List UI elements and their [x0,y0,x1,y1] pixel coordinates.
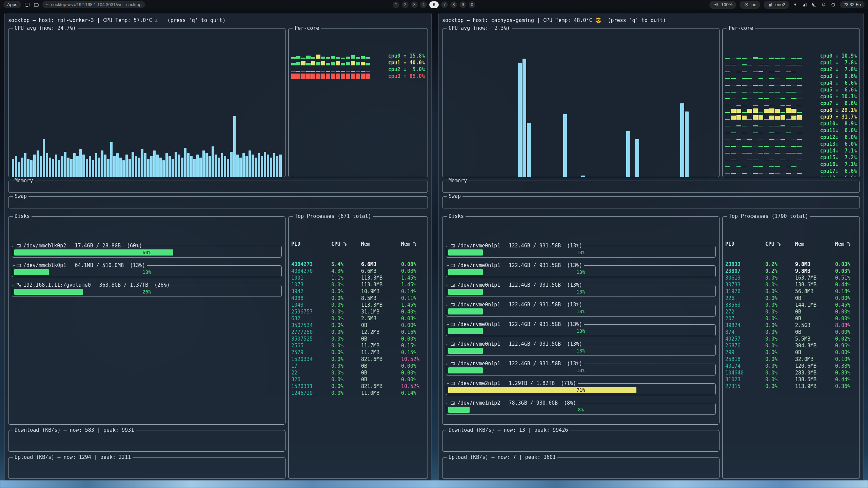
process-row[interactable]: 25650.0%11.7MB0.15% [291,342,425,349]
process-row[interactable]: 310230.0%138.6MB0.44% [725,376,857,383]
disk-icon [451,401,455,405]
spark-bar [341,63,345,65]
core-label: cpu2 ↓ 5.0% [373,66,425,73]
spark-bar [764,126,769,126]
network-indicator[interactable]: eno2 [764,1,789,9]
process-row[interactable]: 2260.0%0B0.00% [725,295,857,302]
spark-bar [736,79,741,79]
core-label: cpu1 ↓ 7.8% [805,59,857,66]
process-row[interactable]: 170.0%0B0.00% [291,363,425,369]
process-row[interactable]: 220.0%0B0.00% [291,369,425,376]
graph-bar [205,153,208,177]
workspace-button-9[interactable]: 9 [459,1,466,8]
process-row[interactable]: 401740.0%120.6MB0.38% [725,363,857,369]
process-row[interactable]: 40880.0%8.5MB0.11% [291,295,425,302]
process-row[interactable]: 306130.0%163.7MB0.51% [725,274,857,281]
process-row[interactable]: 25967570.0%31.1MB0.40% [291,308,425,315]
proc-mem: 113.3MB [361,281,401,288]
disk-usage-label: 13% [14,269,279,275]
process-row[interactable]: 10011.1%113.3MB1.45% [291,274,425,281]
process-row[interactable]: 40842735.4%6.6MB0.08% [291,261,425,268]
proc-mem: 6.6MB [361,261,401,268]
graph-bar [15,156,17,177]
files-icon[interactable] [33,2,39,8]
process-row[interactable]: 6320.0%2.5MB0.03% [291,315,425,322]
clock[interactable]: 23:32 Fri [840,1,865,8]
bolt-icon[interactable] [792,2,798,8]
process-row[interactable]: 258180.0%32.0MB0.10% [725,356,857,363]
process-row[interactable]: 27772500.0%12.2MB0.16% [291,329,425,336]
disk-usage-bar: 13% [448,367,713,373]
spark-bar [351,74,355,79]
workspace-button-8[interactable]: 8 [450,1,457,8]
process-row[interactable]: 25790.0%11.7MB0.15% [291,349,425,356]
spark-bar [781,85,785,86]
process-row[interactable]: 319760.0%56.8MB0.18% [725,288,857,295]
process-row[interactable]: 2720.0%0B0.00% [725,308,857,315]
core-sparkline [725,148,802,154]
process-row[interactable]: 10730.0%113.3MB1.45% [291,281,425,288]
process-row[interactable]: 39420.0%10.9MB0.14% [291,288,425,295]
disk-title: /dev/nvme0n1p1 122.4GB / 931.5GB (13%) [449,282,584,288]
proc-mem: 11.7MB [361,349,401,356]
spark-bar [769,58,774,59]
workspace-button-0[interactable]: 0 [469,1,475,8]
process-row[interactable]: 398240.0%2.5GB8.08% [725,322,857,329]
apps-button[interactable]: Apps [3,1,21,8]
terminal-window-cachyos-gaming[interactable]: socktop — host: cachyos-gaming | CPU Tem… [438,14,864,481]
wallpaper-dock-strip [0,480,868,488]
memory-panel: Memory 7.8GB / 31.1GB [442,177,860,193]
spark-bar [791,98,796,99]
process-row[interactable]: 335630.0%144.1MB0.45% [725,302,857,308]
workspace-button-1[interactable]: 1 [393,1,399,8]
process-row[interactable]: 10430.0%113.3MB1.45% [291,302,425,308]
process-row[interactable]: 2070.0%0B0.00% [725,315,857,322]
workspace-button-4[interactable]: 4 [420,1,427,8]
process-row[interactable]: 273150.0%113.9MB0.36% [725,383,857,390]
per-core-row: cpu15↓ 7.2% [725,154,857,161]
process-row[interactable]: 402570.0%5.5MB0.02% [725,336,857,342]
proc-mem: 163.7MB [795,274,835,281]
workspace-button-7[interactable]: 7 [441,1,448,8]
workspace-button-6[interactable]: 6 [429,1,439,8]
focused-window-title[interactable]: ~: socktop ws://192.168.1.104:3031/ws - … [42,1,145,8]
spark-bar [781,125,785,126]
volume-indicator[interactable]: 100% [709,1,736,9]
top-processes-panel: Top Processes (671 total) PID CPU % Mem … [288,213,428,479]
process-row[interactable]: 268760.0%304.3MB0.96% [725,342,857,349]
disk-icon [17,263,21,268]
spark-bar [725,98,730,99]
chart-icon[interactable] [802,2,808,8]
bell-icon[interactable] [821,2,827,8]
process-row[interactable]: 238070.2%9.8MB0.03% [725,268,857,274]
process-row[interactable]: 8740.0%0B0.00% [725,329,857,336]
process-row[interactable]: 3260.0%0B0.00% [291,376,425,383]
process-row[interactable]: 15203340.0%821.6MB10.52% [291,356,425,363]
proc-cpu: 0.0% [331,302,361,308]
panel-title: Upload (KB/s) — now: 1294 | peak: 2211 [13,454,133,461]
layers-icon[interactable] [811,2,817,8]
spark-bar [753,99,757,99]
workspace-button-3[interactable]: 3 [411,1,418,8]
process-row[interactable]: 307330.0%138.6MB0.44% [725,281,857,288]
process-row[interactable]: 35075340.0%0B0.00% [291,322,425,329]
process-row[interactable]: 2990.0%0B0.00% [725,349,857,356]
terminal-icon[interactable] [24,2,30,8]
process-row[interactable]: 35075250.0%0B0.00% [291,336,425,342]
spark-bar [736,133,741,133]
workspace-button-2[interactable]: 2 [402,1,409,8]
process-row[interactable]: 1046400.0%283.0MB0.89% [725,369,857,376]
process-row[interactable]: 40842704.3%6.6MB0.08% [291,268,425,274]
graph-bar [218,158,220,178]
disk-title: /dev/nvme0n1p1 122.4GB / 931.5GB (13%) [449,321,584,328]
spark-bar [775,58,780,59]
spark-bar [742,173,747,174]
toggle-indicator[interactable]: on [739,1,760,9]
spark-bar [786,146,791,147]
process-row[interactable]: 15203110.0%821.6MB10.52% [291,383,425,390]
process-row[interactable]: 12467290.0%11.0MB0.14% [291,390,425,396]
power-icon[interactable] [830,2,836,8]
terminal-window-rpi-worker-3[interactable]: socktop — host: rpi-worker-3 | CPU Temp:… [4,14,432,481]
core-sparkline [725,94,802,99]
process-row[interactable]: 238330.2%9.8MB0.03% [725,261,857,268]
